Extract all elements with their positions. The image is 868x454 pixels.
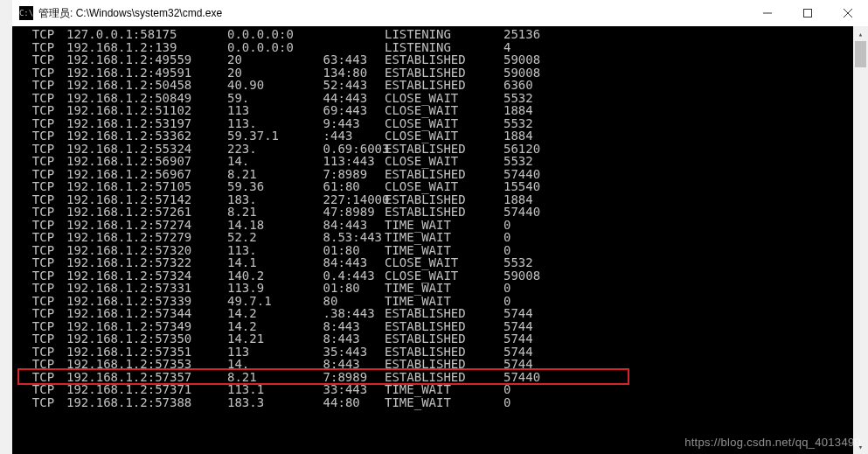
cell-local-address: 192.168.1.2:57350 — [66, 332, 227, 346]
cell-foreign-address: 8.21 47:8989 — [227, 206, 385, 219]
cell-local-address: 192.168.1.2:49559 — [66, 53, 227, 66]
netstat-row: TCP192.168.1.2:53362 59.37.1 :443 CLOSE_… — [17, 129, 868, 143]
redacted-mask — [249, 358, 323, 371]
window-title: 管理员: C:\Windows\system32\cmd.exe — [38, 6, 222, 21]
cell-pid: 15540 — [503, 180, 540, 193]
redacted-mask — [242, 66, 323, 80]
cell-foreign-address: 113 69:443 — [227, 104, 385, 117]
cell-state: ESTABLISHED — [385, 53, 503, 66]
cell-proto: TCP — [17, 41, 66, 54]
cell-state: ESTABLISHED — [385, 143, 503, 156]
redacted-mask — [249, 155, 323, 168]
redacted-mask — [249, 346, 323, 359]
cell-proto: TCP — [17, 143, 66, 156]
maximize-button[interactable] — [788, 0, 828, 26]
cell-proto: TCP — [17, 320, 66, 333]
cell-foreign-address: 8.21 7:8989 — [227, 371, 385, 384]
cell-pid: 5532 — [503, 92, 533, 105]
cell-local-address: 192.168.1.2:57274 — [66, 219, 227, 232]
cell-foreign-address: 14. 8:443 — [227, 358, 385, 371]
cell-proto: TCP — [17, 256, 66, 269]
cell-local-address: 192.168.1.2:53362 — [66, 129, 227, 143]
redacted-mask — [257, 307, 323, 320]
redacted-mask — [249, 104, 323, 117]
netstat-row: TCP192.168.1.2:57371 113.1 33:443 TIME_W… — [17, 383, 868, 396]
cell-foreign-address: 183. 227:14000 — [227, 193, 385, 206]
watermark-text: https://blog.csdn.net/qq_4013490 — [684, 436, 861, 449]
vertical-scrollbar[interactable]: ▴ ▾ — [853, 26, 868, 454]
cell-foreign-address: 14.18 84:443 — [227, 219, 385, 232]
cell-proto: TCP — [17, 358, 66, 371]
scroll-up-button[interactable]: ▴ — [853, 26, 868, 41]
cell-state: CLOSE_WAIT — [385, 92, 503, 105]
cell-proto: TCP — [17, 129, 66, 143]
cell-pid: 5744 — [503, 320, 533, 333]
cell-pid: 5744 — [503, 358, 533, 371]
scroll-track[interactable] — [853, 41, 868, 439]
cell-proto: TCP — [17, 244, 66, 257]
console-output[interactable]: TCP127.0.0.1:58175 0.0.0.0:0 LISTENING 2… — [12, 26, 868, 454]
cell-pid: 57440 — [503, 168, 540, 181]
cell-foreign-address: 140.2 0.4:443 — [227, 269, 385, 283]
cell-local-address: 192.168.1.2:57351 — [66, 346, 227, 359]
cell-foreign-address: 0.0.0.0:0 — [227, 41, 385, 54]
cell-local-address: 192.168.1.2:50458 — [66, 79, 227, 92]
cell-foreign-address: 14.2 8:443 — [227, 320, 385, 333]
cell-state: CLOSE_WAIT — [385, 104, 503, 117]
cell-local-address: 192.168.1.2:57371 — [66, 383, 227, 396]
cell-foreign-address: 113.9 01:80 — [227, 282, 385, 295]
minimize-button[interactable] — [747, 0, 788, 26]
cell-state: ESTABLISHED — [385, 346, 503, 359]
cell-local-address: 192.168.1.2:53197 — [66, 117, 227, 130]
cell-state: CLOSE_WAIT — [385, 256, 503, 269]
netstat-row: TCP192.168.1.2:57142 183. 227:14000ESTAB… — [17, 193, 868, 206]
cell-proto: TCP — [17, 231, 66, 244]
redacted-mask — [257, 244, 323, 257]
netstat-row: TCP127.0.0.1:58175 0.0.0.0:0 LISTENING 2… — [17, 28, 868, 41]
cell-foreign-address: 223. 0.69:6003 — [227, 143, 385, 156]
cell-local-address: 192.168.1.2:57353 — [66, 358, 227, 371]
cell-state: ESTABLISHED — [385, 193, 503, 206]
cmd-icon: C:\ — [19, 6, 33, 20]
cell-state: TIME_WAIT — [385, 295, 503, 308]
cell-local-address: 192.168.1.2:49591 — [66, 66, 227, 80]
cell-pid: 59008 — [503, 269, 540, 283]
netstat-row: TCP192.168.1.2:57322 14.1 84:443 CLOSE_W… — [17, 256, 868, 269]
cell-local-address: 192.168.1.2:57261 — [66, 206, 227, 219]
redacted-mask — [257, 371, 323, 384]
cell-foreign-address: 113 35:443 — [227, 346, 385, 359]
cell-state: ESTABLISHED — [385, 320, 503, 333]
close-button[interactable] — [828, 0, 868, 26]
cell-local-address: 192.168.1.2:57349 — [66, 320, 227, 333]
cell-pid: 5532 — [503, 155, 533, 168]
cell-state: CLOSE_WAIT — [385, 155, 503, 168]
titlebar[interactable]: C:\ 管理员: C:\Windows\system32\cmd.exe — [12, 0, 868, 26]
cell-pid: 5744 — [503, 332, 533, 346]
cell-proto: TCP — [17, 79, 66, 92]
redacted-mask — [272, 295, 323, 308]
cell-pid: 0 — [503, 219, 510, 232]
cell-pid: 0 — [503, 282, 510, 295]
cell-state: TIME_WAIT — [385, 282, 503, 295]
cell-state: LISTENING — [385, 41, 503, 54]
cell-pid: 5744 — [503, 307, 533, 320]
scroll-thumb[interactable] — [855, 41, 866, 67]
cell-pid: 0 — [503, 231, 510, 244]
cell-state: ESTABLISHED — [385, 206, 503, 219]
cell-pid: 0 — [503, 383, 510, 396]
cell-pid: 5532 — [503, 117, 533, 130]
netstat-row: TCP192.168.1.2:57324 140.2 0.4:443 CLOSE… — [17, 269, 868, 283]
cell-local-address: 192.168.1.2:57388 — [66, 396, 227, 409]
maximize-icon — [803, 9, 812, 17]
cell-foreign-address: 113.1 33:443 — [227, 383, 385, 396]
cell-proto: TCP — [17, 92, 66, 105]
cell-pid: 1884 — [503, 104, 533, 117]
cell-proto: TCP — [17, 155, 66, 168]
redacted-mask — [264, 269, 323, 283]
cell-foreign-address: 20 134:80 — [227, 66, 385, 80]
cell-local-address: 127.0.0.1:58175 — [66, 28, 227, 41]
netstat-row: TCP192.168.1.2:56907 14. 113:443 CLOSE_W… — [17, 155, 868, 168]
cell-state: ESTABLISHED — [385, 332, 503, 346]
cell-state: CLOSE_WAIT — [385, 269, 503, 283]
cell-proto: TCP — [17, 282, 66, 295]
